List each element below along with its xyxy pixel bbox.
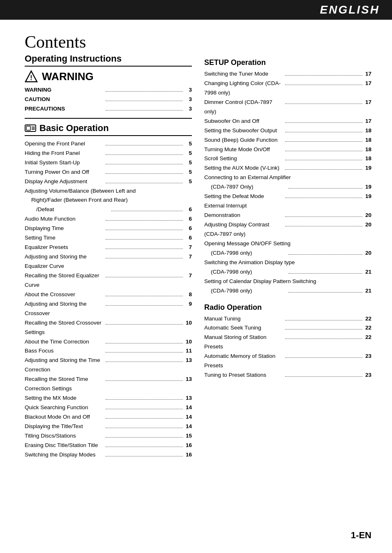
cd-icon [25,124,36,133]
list-item: Switching the Tuner Mode 17 [204,69,371,79]
svg-rect-3 [26,126,30,130]
list-item: Automatic Memory of Station Presets 23 [204,352,371,371]
list-item: (CDA-7897 Only) 19 [204,182,371,192]
header-label: ENGLISH [320,3,380,16]
list-item: Bass Focus 11 [25,346,192,356]
list-item: Dimmer Control (CDA-7897 only) 17 [204,98,371,117]
list-item: Sound (Beep) Guide Function 18 [204,136,371,145]
list-item: Subwoofer On and Off 17 [204,117,371,126]
list-item: Setting the Defeat Mode External Interru… [204,192,371,211]
list-item: Recalling the Stored Equalizer Curve 7 [25,271,192,290]
list-item: Automatic Seek Tuning 22 [204,323,371,333]
contents-title: Contents [25,32,371,52]
list-item: About the Time Correction 10 [25,337,192,347]
basic-operation-heading: Basic Operation [25,123,192,136]
setup-operation-entries: Switching the Tuner Mode 17 Changing Lig… [204,69,371,296]
warning-block: ! WARNING WARNING 3 CAUTION 3 [25,70,192,119]
toc-warning: WARNING 3 [25,85,192,95]
list-item: Adjusting Display Contrast (CDA-7897 onl… [204,220,371,239]
operating-instructions-heading: Operating Instructions [25,53,192,67]
list-item: Switching the Animation Display type [204,258,371,267]
header-bar: ENGLISH [0,0,392,20]
left-column: Operating Instructions ! WARNING WARNING [25,53,192,460]
toc-precautions: PRECAUTIONS 3 [25,104,192,114]
list-item: Adjusting and Storing the Equalizer Curv… [25,252,192,271]
list-item: Erasing Disc Title/Station Title 16 [25,441,192,450]
list-item: Recalling the Stored Time Correction Set… [25,375,192,394]
page-suffix: -EN [356,530,371,540]
list-item: Setting the AUX Mode (V-Link) 19 [204,164,371,173]
list-item: Recalling the Stored Crossover Settings … [25,318,192,337]
list-item: Switching the Display Modes 16 [25,450,192,460]
list-item: Adjusting Volume/Balance (Between Left a… [25,187,192,196]
list-item: (CDA-7998 only) 21 [204,267,371,277]
list-item: Turning Mute Mode On/Off 18 [204,145,371,154]
list-item: Quick Searching Function 14 [25,403,192,412]
radio-operation-entries: Manual Tuning 22 Automatic Seek Tuning 2… [204,314,371,380]
list-item: Connecting to an External Amplifier [204,173,371,182]
list-item: Tuning to Preset Stations 23 [204,371,371,380]
list-item: /Defeat 6 [25,205,192,214]
list-item: Setting the MX Mode 13 [25,394,192,403]
list-item: About the Crossover 8 [25,290,192,300]
list-item: Setting of Calendar Display Pattern Swit… [204,277,371,286]
list-item: Equalizer Presets 7 [25,243,192,252]
list-item: (CDA-7998 only) 21 [204,286,371,296]
list-item: Blackout Mode On and Off 14 [25,412,192,422]
list-item: Initial System Start-Up 5 [25,158,192,168]
list-item: Adjusting and Storing the Crossover 9 [25,300,192,318]
toc-caution: CAUTION 3 [25,95,192,104]
list-item: Displaying the Title/Text 14 [25,422,192,431]
list-item: Setting the Subwoofer Output 18 [204,126,371,136]
list-item: Hiding the Front Panel 5 [25,149,192,158]
list-item: Display Angle Adjustment 5 [25,177,192,187]
warning-title: ! WARNING [25,70,192,83]
right-column: SETUP Operation Switching the Tuner Mode… [204,53,371,460]
list-item: Changing Lighting Color (CDA-7998 only) … [204,79,371,98]
basic-operation-text: Basic Operation [39,123,109,134]
list-item: Audio Mute Function 6 [25,214,192,224]
radio-operation-heading: Radio Operation [204,303,371,312]
list-item: Scroll Setting 18 [204,154,371,164]
list-item: Demonstration 20 [204,211,371,220]
list-item: Manual Tuning 22 [204,314,371,324]
list-item: Adjusting and Storing the Time Correctio… [25,356,192,375]
list-item: (CDA-7998 only) 20 [204,249,371,258]
warning-entries: WARNING 3 CAUTION 3 PRECAUTIONS 3 [25,85,192,114]
list-item: Opening Message ON/OFF Setting [204,239,371,249]
warning-triangle-icon: ! [25,70,38,83]
warning-heading-text: WARNING [42,70,94,83]
basic-operation-entries: Opening the Front Panel 5 Hiding the Fro… [25,139,192,460]
list-item: Turning Power On and Off 5 [25,168,192,177]
svg-text:!: ! [30,74,32,81]
list-item: Setting Time 6 [25,233,192,243]
list-item: Right)/Fader (Between Front and Rear) [25,196,192,205]
list-item: Opening the Front Panel 5 [25,139,192,149]
page-footer: 1-EN [351,530,371,541]
page-number: 1 [351,530,356,540]
list-item: Manual Storing of Station Presets 22 [204,333,371,352]
list-item: Displaying Time 6 [25,224,192,233]
list-item: Titling Discs/Stations 15 [25,431,192,441]
setup-operation-heading: SETUP Operation [204,58,371,67]
